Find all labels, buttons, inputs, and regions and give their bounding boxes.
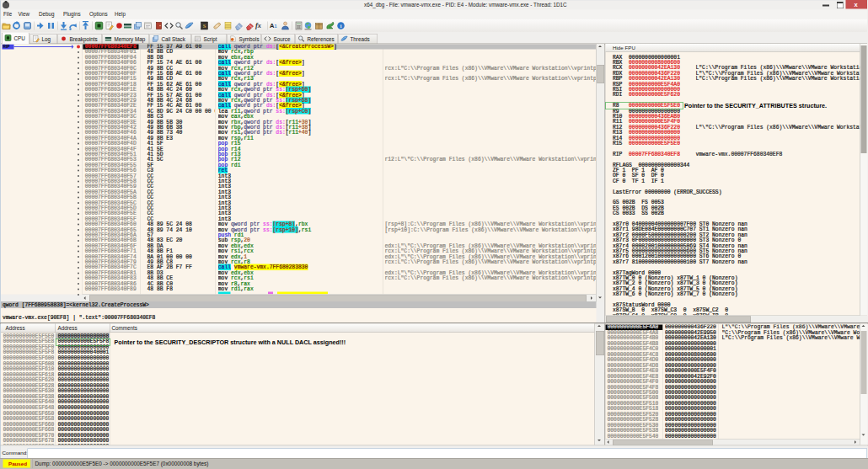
svg-text:S: S <box>203 23 206 29</box>
